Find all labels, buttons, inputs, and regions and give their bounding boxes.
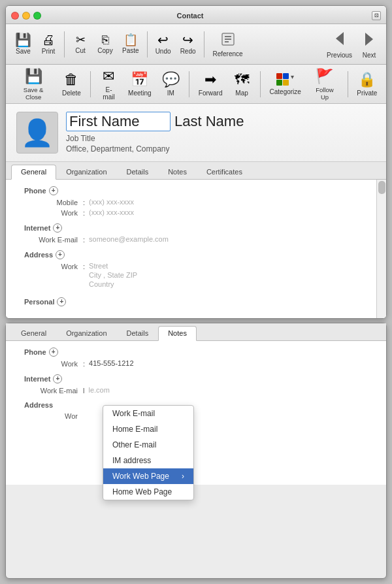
lower-tabs: General Organization Details Notes: [6, 323, 386, 341]
internet-section-header: Internet +: [11, 223, 381, 233]
lower-phone-add-button[interactable]: +: [49, 348, 58, 357]
dropdown-item-work-web[interactable]: Work Web Page ›: [103, 468, 193, 484]
country-value[interactable]: Country: [89, 280, 137, 288]
redo-button[interactable]: ↪ Redo: [176, 31, 200, 57]
cut-button[interactable]: ✂ Cut: [69, 31, 92, 57]
address-label: Address: [24, 251, 53, 259]
meeting-label: Meeting: [128, 89, 152, 97]
ribbon-sep-2: [189, 71, 189, 97]
address-add-button[interactable]: +: [56, 250, 65, 259]
lower-work-address-label: Wor: [24, 412, 83, 420]
lower-phone-section-header: Phone +: [11, 348, 381, 357]
scrollbar-thumb[interactable]: [378, 181, 385, 194]
reference-button[interactable]: Reference: [208, 29, 248, 60]
separator-3: [204, 31, 204, 57]
save-close-label: Save & Close: [15, 86, 52, 101]
lower-address-section-header: Address: [11, 401, 381, 409]
tab-details-lower[interactable]: Details: [117, 326, 159, 341]
map-button[interactable]: 🗺 Map: [229, 69, 255, 99]
forward-button[interactable]: ➡ Forward: [195, 69, 226, 99]
lower-internet-add-button[interactable]: +: [53, 374, 62, 383]
phone-section-header: Phone +: [11, 186, 381, 195]
lower-work-phone-value[interactable]: 415-555-1212: [89, 359, 134, 367]
dropdown-item-other-email[interactable]: Other E-mail: [103, 437, 193, 453]
save-close-icon: 💾: [25, 68, 42, 85]
dropdown-item-im-address[interactable]: IM address: [103, 453, 193, 468]
first-name-field[interactable]: [66, 112, 171, 131]
print-icon: 🖨: [42, 33, 55, 46]
undo-button[interactable]: ↩ Undo: [152, 31, 175, 57]
previous-label: Previous: [327, 52, 352, 59]
im-label: IM: [167, 89, 174, 97]
private-icon: 🔒: [358, 71, 376, 88]
work-phone-row: Work : (xxx) xxx-xxxx: [11, 208, 381, 217]
tab-general-lower[interactable]: General: [11, 326, 56, 341]
dropdown-item-home-web[interactable]: Home Web Page: [103, 484, 193, 500]
expand-button[interactable]: ⊡: [372, 11, 381, 20]
internet-add-button[interactable]: +: [53, 223, 62, 233]
work-phone-label: Work: [24, 208, 83, 217]
city-state-zip-value[interactable]: City , State ZIP: [89, 271, 137, 279]
next-icon: [361, 30, 377, 50]
reference-label: Reference: [213, 50, 243, 57]
contact-organization[interactable]: Office, Department, Company: [66, 144, 376, 154]
print-button[interactable]: 🖨 Print: [37, 31, 60, 57]
phone-add-button[interactable]: +: [49, 186, 58, 195]
categorize-button[interactable]: ▾ Categorize: [266, 71, 304, 97]
email-button[interactable]: ✉ E-mail: [95, 66, 122, 103]
cut-label: Cut: [75, 47, 86, 54]
paste-icon: 📋: [123, 34, 138, 46]
save-close-button[interactable]: 💾 Save & Close: [11, 66, 56, 103]
mobile-value[interactable]: (xxx) xxx-xxxx: [89, 198, 134, 206]
work-email-row: Work E-mail : someone@example.com: [11, 235, 381, 244]
work-phone-value[interactable]: (xxx) xxx-xxxx: [89, 208, 134, 216]
lower-phone-section: Phone + Work : 415-555-1212: [11, 348, 381, 368]
cut-icon: ✂: [76, 34, 86, 46]
copy-button[interactable]: ⎘ Copy: [93, 31, 117, 57]
tab-certificates-upper[interactable]: Certificates: [197, 165, 252, 180]
tab-notes-lower[interactable]: Notes: [158, 326, 197, 341]
lower-address-section: Address Wor: [11, 401, 381, 420]
street-value[interactable]: Street: [89, 262, 137, 270]
meeting-button[interactable]: 📅 Meeting: [124, 69, 155, 99]
personal-add-button[interactable]: +: [57, 297, 66, 306]
tab-details-upper[interactable]: Details: [117, 165, 159, 180]
private-button[interactable]: 🔒 Private: [353, 69, 381, 99]
im-button[interactable]: 💬 IM: [157, 69, 184, 99]
tab-organization-lower[interactable]: Organization: [56, 326, 116, 341]
lower-work-email-value[interactable]: le.com: [88, 386, 109, 394]
upper-scrollbar[interactable]: [376, 180, 386, 319]
previous-icon: [332, 29, 348, 50]
tab-notes-upper[interactable]: Notes: [158, 165, 197, 180]
work-email-value[interactable]: someone@example.com: [89, 235, 169, 243]
redo-label: Redo: [180, 48, 196, 55]
dropdown-item-home-email[interactable]: Home E-mail: [103, 421, 193, 437]
delete-icon: 🗑: [64, 71, 78, 88]
undo-icon: ↩: [157, 33, 169, 46]
lower-work-phone-label: Work: [24, 359, 83, 368]
map-label: Map: [235, 89, 248, 97]
forward-icon: ➡: [204, 71, 216, 88]
dropdown-item-work-email[interactable]: Work E-mail: [103, 406, 193, 421]
delete-button[interactable]: 🗑 Delete: [58, 69, 84, 99]
tab-general-upper[interactable]: General: [11, 165, 56, 180]
categorize-icon: ▾: [276, 73, 294, 86]
contact-job-title[interactable]: Job Title: [66, 134, 376, 143]
lower-work-email-row: Work E-mai l le.com: [11, 386, 381, 395]
next-button[interactable]: Next: [357, 27, 381, 61]
reference-icon: [220, 31, 236, 49]
lower-address-label: Address: [24, 401, 53, 409]
work-address-label: Work: [24, 262, 83, 270]
follow-up-icon: 🚩: [316, 68, 333, 85]
redo-icon: ↪: [182, 33, 193, 46]
follow-up-label: Follow Up: [311, 86, 338, 101]
tab-organization-upper[interactable]: Organization: [56, 165, 116, 180]
last-name-field[interactable]: Last Name: [174, 113, 244, 130]
paste-button[interactable]: 📋 Paste: [118, 31, 143, 57]
previous-button[interactable]: Previous: [323, 27, 356, 61]
save-button[interactable]: 💾 Save: [11, 31, 35, 57]
next-label: Next: [363, 52, 376, 59]
dropdown-menu: Work E-mail Home E-mail Other E-mail IM …: [103, 405, 194, 500]
follow-up-button[interactable]: 🚩 Follow Up: [307, 66, 342, 103]
ribbon-sep-3: [260, 71, 261, 97]
